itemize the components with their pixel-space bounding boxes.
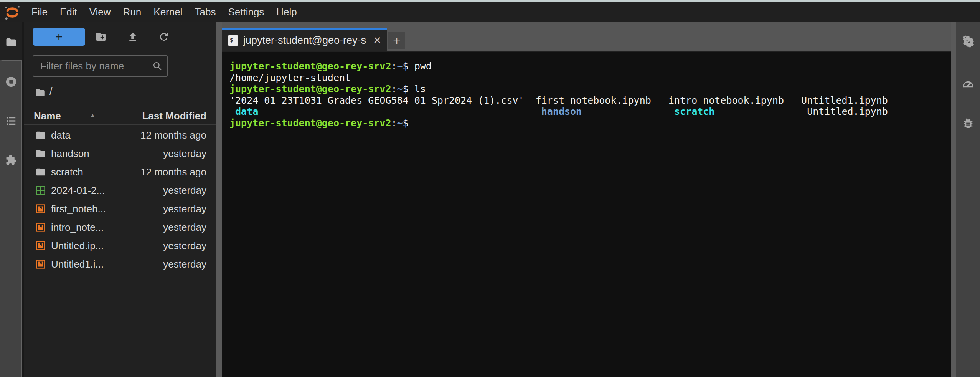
sort-ascending-icon: ▲	[90, 112, 96, 118]
file-name: handson	[51, 148, 89, 160]
left-activity-bar	[0, 22, 24, 377]
file-modified: yesterday	[163, 185, 206, 197]
csv-icon	[35, 185, 46, 196]
menu-item-kernel[interactable]: Kernel	[147, 2, 188, 22]
file-name: scratch	[51, 166, 83, 178]
file-list-header: Name ▲ Last Modified	[24, 107, 216, 125]
jupyter-logo	[3, 5, 21, 21]
file-browser-panel: + / Name ▲ Last Modified data12 months a…	[24, 22, 216, 377]
property-inspector-gears-icon[interactable]	[962, 35, 975, 48]
menu-item-file[interactable]: File	[25, 2, 54, 22]
column-header-name[interactable]: Name	[34, 110, 61, 122]
file-modified: 12 months ago	[140, 129, 206, 141]
terminal-tab-label: jupyter-student@geo-rey-s	[243, 35, 366, 46]
notebook-icon	[35, 203, 46, 214]
breadcrumb-root[interactable]: /	[49, 86, 53, 98]
file-list: data12 months agohandsonyesterdayscratch…	[24, 126, 216, 273]
terminal-tab[interactable]: $_ jupyter-student@geo-rey-s ✕	[222, 28, 387, 51]
new-tab-button[interactable]: +	[388, 32, 405, 49]
new-folder-icon[interactable]	[94, 30, 108, 44]
menu-items: FileEditViewRunKernelTabsSettingsHelp	[25, 2, 303, 22]
search-icon	[152, 61, 162, 71]
dashboard-gauge-icon[interactable]	[962, 77, 975, 90]
file-row[interactable]: intro_note...yesterday	[24, 218, 216, 236]
menu-bar: FileEditViewRunKernelTabsSettingsHelp	[0, 2, 980, 22]
notebook-icon	[35, 259, 46, 270]
file-name: first_noteb...	[51, 203, 106, 215]
file-row[interactable]: scratch12 months ago	[24, 163, 216, 181]
refresh-icon[interactable]	[157, 30, 171, 44]
file-modified: 12 months ago	[140, 166, 206, 178]
file-name: Untitled1.i...	[51, 258, 104, 270]
main-dock-panel: $_ jupyter-student@geo-rey-s ✕ + jupyter…	[222, 22, 951, 377]
file-name: 2024-01-2...	[51, 185, 105, 197]
close-tab-icon[interactable]: ✕	[373, 35, 381, 46]
activity-bar-lower-panel	[0, 60, 22, 377]
menu-item-tabs[interactable]: Tabs	[188, 2, 222, 22]
file-name: Untitled.ip...	[51, 240, 104, 252]
jupyterlab-window: FileEditViewRunKernelTabsSettingsHelp +	[0, 0, 980, 377]
file-browser-folder-icon[interactable]	[5, 36, 17, 48]
folder-icon	[35, 130, 46, 141]
file-name: intro_note...	[51, 222, 104, 233]
file-modified: yesterday	[163, 148, 206, 160]
breadcrumb: /	[24, 83, 216, 103]
file-modified: yesterday	[163, 240, 206, 252]
right-sidebar-resize-handle[interactable]	[951, 22, 956, 377]
terminal-text: jupyter-student@geo-rey-srv2:~$ pwd/home…	[229, 61, 951, 129]
table-of-contents-icon[interactable]	[5, 115, 17, 127]
terminal-icon: $_	[228, 35, 238, 46]
filter-files-input[interactable]	[33, 56, 167, 76]
file-modified: yesterday	[163, 203, 206, 215]
menu-item-view[interactable]: View	[83, 2, 117, 22]
column-header-modified[interactable]: Last Modified	[142, 110, 206, 122]
file-row[interactable]: handsonyesterday	[24, 144, 216, 163]
file-row[interactable]: Untitled.ip...yesterday	[24, 236, 216, 255]
filter-files-box	[33, 55, 168, 77]
tab-bar: $_ jupyter-student@geo-rey-s ✕ +	[222, 22, 951, 51]
file-name: data	[51, 129, 71, 141]
column-divider	[111, 110, 111, 122]
sidebar-resize-handle[interactable]	[216, 22, 222, 377]
extensions-puzzle-icon[interactable]	[5, 154, 17, 166]
menu-item-help[interactable]: Help	[270, 2, 303, 22]
notebook-icon	[35, 240, 46, 251]
menu-item-run[interactable]: Run	[117, 2, 148, 22]
folder-icon	[35, 148, 46, 159]
folder-icon	[35, 167, 46, 177]
terminal-output[interactable]: jupyter-student@geo-rey-srv2:~$ pwd/home…	[222, 52, 951, 377]
debugger-bug-icon[interactable]	[962, 117, 975, 130]
file-modified: yesterday	[163, 222, 206, 233]
new-launcher-button[interactable]: +	[33, 28, 85, 46]
file-row[interactable]: Untitled1.i...yesterday	[24, 255, 216, 273]
menu-item-edit[interactable]: Edit	[54, 2, 83, 22]
upload-icon[interactable]	[126, 30, 140, 44]
right-activity-bar	[956, 22, 980, 377]
file-row[interactable]: 2024-01-2...yesterday	[24, 181, 216, 200]
running-sessions-stop-icon[interactable]	[5, 76, 17, 88]
file-row[interactable]: first_noteb...yesterday	[24, 200, 216, 218]
menu-item-settings[interactable]: Settings	[222, 2, 270, 22]
file-modified: yesterday	[163, 258, 206, 270]
notebook-icon	[35, 222, 46, 233]
file-row[interactable]: data12 months ago	[24, 126, 216, 144]
home-folder-icon[interactable]	[35, 88, 45, 98]
